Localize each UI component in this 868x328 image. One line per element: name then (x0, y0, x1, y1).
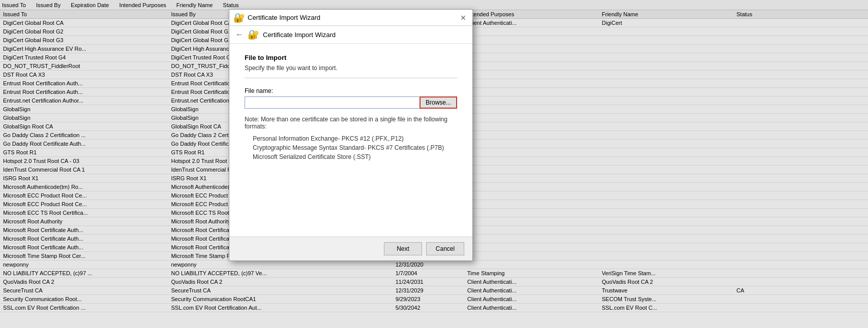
wizard-icon: 🔐 (233, 12, 245, 23)
section-desc: Specify the file you want to import. (245, 64, 457, 72)
back-arrow-button[interactable]: ← (235, 30, 244, 39)
modal-footer: Next Cancel (229, 237, 472, 260)
file-name-input[interactable] (245, 96, 420, 109)
format-item: Microsoft Serialized Certificate Store (… (253, 153, 457, 160)
nav-wizard-icon: 🔐 (248, 29, 259, 40)
modal-title: Certificate Import Wizard (248, 14, 320, 21)
format-item: Personal Information Exchange- PKCS #12 … (253, 135, 457, 142)
browse-button[interactable]: Browse... (420, 96, 457, 109)
modal-titlebar: 🔐 Certificate Import Wizard ✕ (229, 10, 472, 26)
file-label: File name: (245, 87, 457, 94)
format-list: Personal Information Exchange- PKCS #12 … (245, 135, 457, 160)
section-title: File to Import (245, 54, 457, 61)
file-input-row: Browse... (245, 96, 457, 109)
nav-title: Certificate Import Wizard (263, 31, 336, 39)
close-button[interactable]: ✕ (458, 13, 468, 23)
titlebar-left: 🔐 Certificate Import Wizard (233, 12, 320, 23)
modal-content: File to Import Specify the file you want… (229, 44, 472, 237)
note-text: Note: More than one certificate can be s… (245, 116, 457, 130)
content-divider (245, 78, 457, 78)
modal-nav: ← 🔐 Certificate Import Wizard (229, 26, 472, 44)
next-button[interactable]: Next (384, 242, 422, 255)
format-item: Cryptographic Message Syntax Standard- P… (253, 144, 457, 151)
certificate-import-wizard: 🔐 Certificate Import Wizard ✕ ← 🔐 Certif… (229, 9, 473, 261)
cancel-button[interactable]: Cancel (426, 242, 464, 255)
